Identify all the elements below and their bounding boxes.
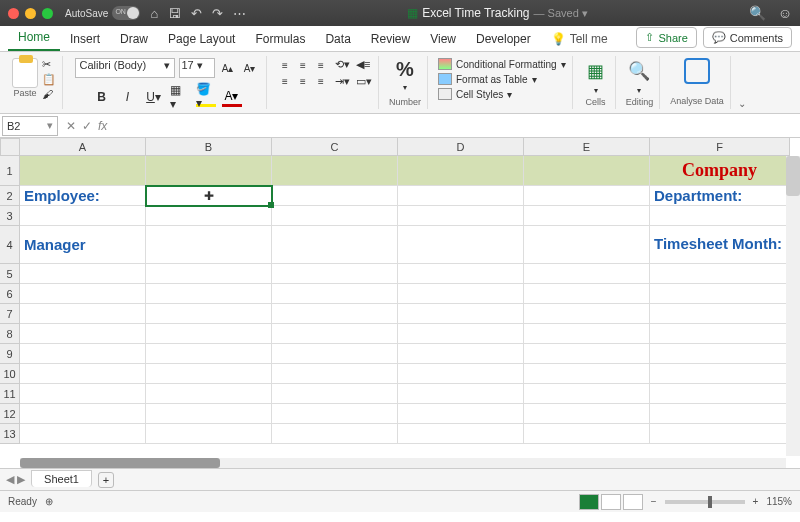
comments-button[interactable]: 💬Comments	[703, 27, 792, 48]
paste-icon[interactable]	[12, 58, 38, 88]
cell-A1[interactable]	[20, 156, 146, 186]
tab-draw[interactable]: Draw	[110, 27, 158, 51]
tell-me[interactable]: 💡Tell me	[541, 27, 618, 51]
share-button[interactable]: ⇧Share	[636, 27, 696, 48]
cell-D8[interactable]	[398, 324, 524, 344]
name-box[interactable]: B2▾	[2, 116, 58, 136]
zoom-out-button[interactable]: −	[651, 496, 657, 507]
cell-B6[interactable]	[146, 284, 272, 304]
col-header-B[interactable]: B	[146, 138, 272, 156]
search-icon[interactable]: 🔍	[749, 5, 766, 21]
cell-F5[interactable]	[650, 264, 790, 284]
cell-D1[interactable]	[398, 156, 524, 186]
select-all-corner[interactable]	[0, 138, 20, 156]
cell-D2[interactable]	[398, 186, 524, 206]
cell-D6[interactable]	[398, 284, 524, 304]
align-left-icon[interactable]: ≡	[277, 74, 293, 88]
zoom-level[interactable]: 115%	[766, 496, 792, 507]
cell-B9[interactable]	[146, 344, 272, 364]
cell-F13[interactable]	[650, 424, 790, 444]
cell-A11[interactable]	[20, 384, 146, 404]
font-name-select[interactable]: Calibri (Body) ▾	[75, 58, 175, 78]
cell-C10[interactable]	[272, 364, 398, 384]
cell-C12[interactable]	[272, 404, 398, 424]
cell-F6[interactable]	[650, 284, 790, 304]
row-header-9[interactable]: 9	[0, 344, 20, 364]
tab-view[interactable]: View	[420, 27, 466, 51]
decrease-font-icon[interactable]: A▾	[241, 59, 259, 77]
cell-D4[interactable]	[398, 226, 524, 264]
horizontal-scrollbar[interactable]	[20, 458, 786, 468]
cell-A6[interactable]	[20, 284, 146, 304]
cell-D9[interactable]	[398, 344, 524, 364]
col-header-E[interactable]: E	[524, 138, 650, 156]
cell-styles-button[interactable]: Cell Styles ▾	[438, 88, 566, 100]
zoom-slider[interactable]	[665, 500, 745, 504]
cell-C2[interactable]	[272, 186, 398, 206]
row-header-8[interactable]: 8	[0, 324, 20, 344]
cell-B4[interactable]	[146, 226, 272, 264]
row-header-6[interactable]: 6	[0, 284, 20, 304]
cell-D10[interactable]	[398, 364, 524, 384]
autosave-toggle[interactable]: ON	[112, 6, 140, 20]
close-window[interactable]	[8, 8, 19, 19]
cell-D7[interactable]	[398, 304, 524, 324]
col-header-F[interactable]: F	[650, 138, 790, 156]
maximize-window[interactable]	[42, 8, 53, 19]
cell-B7[interactable]	[146, 304, 272, 324]
home-icon[interactable]: ⌂	[150, 6, 158, 21]
cell-B2[interactable]: ✚	[146, 186, 272, 206]
cell-C3[interactable]	[272, 206, 398, 226]
cell-B13[interactable]	[146, 424, 272, 444]
cell-C9[interactable]	[272, 344, 398, 364]
fill-color-button[interactable]: 🪣▾	[196, 87, 216, 107]
cell-E12[interactable]	[524, 404, 650, 424]
italic-button[interactable]: I	[118, 87, 138, 107]
tab-page-layout[interactable]: Page Layout	[158, 27, 245, 51]
row-header-3[interactable]: 3	[0, 206, 20, 226]
conditional-formatting-button[interactable]: Conditional Formatting ▾	[438, 58, 566, 70]
cell-F1[interactable]: Company	[650, 156, 790, 186]
cell-B11[interactable]	[146, 384, 272, 404]
cell-C11[interactable]	[272, 384, 398, 404]
tab-home[interactable]: Home	[8, 25, 60, 51]
copy-icon[interactable]: 📋	[42, 73, 56, 86]
cell-F4[interactable]: Timesheet Month:	[650, 226, 790, 264]
tab-developer[interactable]: Developer	[466, 27, 541, 51]
cell-A7[interactable]	[20, 304, 146, 324]
row-header-13[interactable]: 13	[0, 424, 20, 444]
align-center-icon[interactable]: ≡	[295, 74, 311, 88]
align-right-icon[interactable]: ≡	[313, 74, 329, 88]
wrap-text-icon[interactable]: ⇥▾	[335, 75, 350, 88]
cell-C5[interactable]	[272, 264, 398, 284]
align-bot-icon[interactable]: ≡	[313, 58, 329, 72]
cell-A4[interactable]: Manager	[20, 226, 146, 264]
cell-F2[interactable]: Department:	[650, 186, 790, 206]
col-header-C[interactable]: C	[272, 138, 398, 156]
row-header-4[interactable]: 4	[0, 226, 20, 264]
merge-icon[interactable]: ▭▾	[356, 75, 372, 88]
row-header-2[interactable]: 2	[0, 186, 20, 206]
cell-F9[interactable]	[650, 344, 790, 364]
cell-E5[interactable]	[524, 264, 650, 284]
cell-D3[interactable]	[398, 206, 524, 226]
row-header-1[interactable]: 1	[0, 156, 20, 186]
cell-C6[interactable]	[272, 284, 398, 304]
tab-data[interactable]: Data	[315, 27, 360, 51]
underline-button[interactable]: U ▾	[144, 87, 164, 107]
cell-A2[interactable]: Employee:	[20, 186, 146, 206]
cell-B3[interactable]	[146, 206, 272, 226]
cell-B5[interactable]	[146, 264, 272, 284]
percent-icon[interactable]: %	[396, 58, 414, 81]
cell-C4[interactable]	[272, 226, 398, 264]
redo-icon[interactable]: ↷	[212, 6, 223, 21]
page-layout-view-button[interactable]	[601, 494, 621, 510]
cancel-icon[interactable]: ✕	[66, 119, 76, 133]
cell-C13[interactable]	[272, 424, 398, 444]
tab-formulas[interactable]: Formulas	[245, 27, 315, 51]
bold-button[interactable]: B	[92, 87, 112, 107]
save-icon[interactable]: 🖫	[168, 6, 181, 21]
cut-icon[interactable]: ✂	[42, 58, 56, 71]
cell-A8[interactable]	[20, 324, 146, 344]
row-header-10[interactable]: 10	[0, 364, 20, 384]
